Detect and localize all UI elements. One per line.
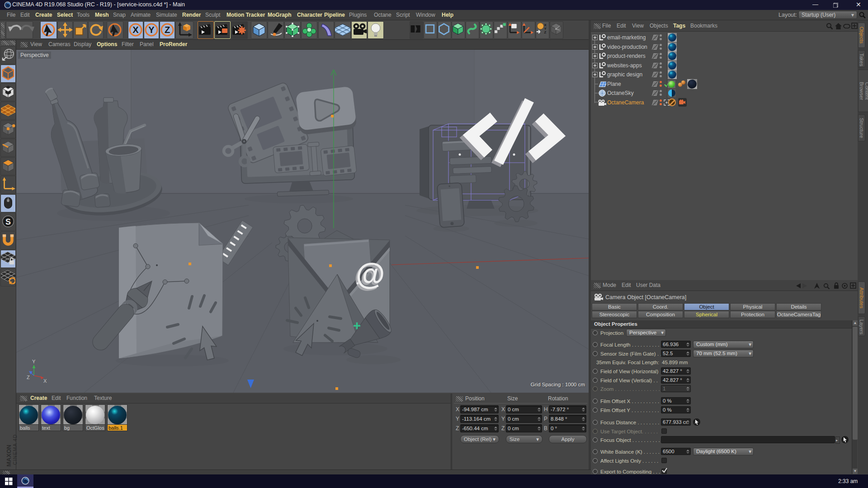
- svg-text:@: @: [356, 257, 385, 291]
- svg-text:Z: Z: [27, 375, 30, 380]
- svg-text:S: S: [5, 217, 11, 226]
- svg-text:Z: Z: [165, 25, 170, 35]
- svg-text:Y: Y: [32, 359, 36, 364]
- svg-text:Y: Y: [148, 25, 155, 35]
- svg-text:X: X: [43, 378, 47, 384]
- svg-text:Z: Z: [544, 30, 546, 34]
- svg-text:X: X: [132, 25, 139, 35]
